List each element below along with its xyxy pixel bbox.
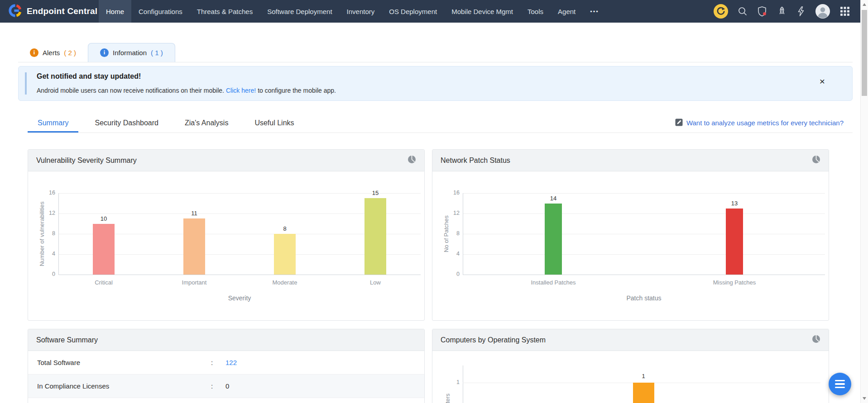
bar-value: 14 (540, 195, 567, 202)
nav-item-tools[interactable]: Tools (520, 0, 551, 23)
nav-item-os-deployment[interactable]: OS Deployment (382, 0, 444, 23)
tab-alerts[interactable]: i Alerts ( 2 ) (18, 43, 88, 62)
y-tick: 12 (441, 210, 460, 216)
bar-low[interactable] (364, 198, 386, 275)
banner-message-before: Android mobile users can now receive not… (37, 87, 224, 94)
scrollbar-down-arrow-icon[interactable] (863, 397, 866, 400)
pie-chart-toggle-icon[interactable] (408, 155, 416, 166)
brand-name: Endpoint Central (27, 6, 97, 16)
bar-value: 11 (181, 210, 208, 217)
y-tick: 0 (441, 271, 460, 277)
category-label: Missing Patches (703, 279, 766, 286)
banner-close-icon[interactable]: × (820, 76, 825, 86)
card-title: Computers by Operating System (441, 336, 546, 344)
card-software-summary: Software Summary Total Software:122In Co… (28, 329, 425, 403)
nav-item-configurations[interactable]: Configurations (131, 0, 190, 23)
nav-item-home[interactable]: Home (99, 0, 131, 23)
banner-accent-bar (25, 72, 27, 95)
table-row: In Compliance Licenses:0 (28, 375, 424, 398)
gridline (463, 213, 825, 214)
y-axis-line (463, 193, 463, 275)
x-axis-label: Severity (58, 294, 421, 302)
x-axis-line (58, 275, 421, 275)
card-network-patch-status: Network Patch Status No of Patches048121… (432, 149, 829, 321)
pie-chart-toggle-icon[interactable] (812, 335, 820, 345)
nav-menu: HomeConfigurationsThreats & PatchesSoftw… (99, 0, 606, 23)
search-icon[interactable] (738, 6, 748, 16)
brand[interactable]: Endpoint Central (0, 4, 99, 19)
refresh-icon[interactable] (714, 4, 728, 19)
computers-by-os-chart: puters 1 1 (432, 351, 829, 403)
card-header: Software Summary (28, 329, 424, 351)
nav-item-threats-patches[interactable]: Threats & Patches (190, 0, 260, 23)
card-header: Vulnerability Severity Summary (28, 150, 424, 171)
nav-item-mobile-device-mgmt[interactable]: Mobile Device Mgmt (444, 0, 520, 23)
top-nav: Endpoint Central HomeConfigurationsThrea… (0, 0, 868, 23)
y-tick: 1 (441, 379, 460, 385)
row-value[interactable]: 122 (225, 351, 237, 375)
scrollbar-thumb[interactable] (862, 10, 867, 96)
usage-metrics-link-label: Want to analyze usage metrics for every … (686, 119, 844, 127)
category-label: Moderate (253, 279, 317, 286)
row-label: In Compliance Licenses (37, 375, 109, 398)
bar-installed-patches[interactable] (545, 204, 562, 275)
bar-value: 15 (362, 190, 389, 196)
apps-grid-icon[interactable] (840, 6, 850, 16)
usage-metrics-link[interactable]: Want to analyze usage metrics for every … (675, 113, 844, 133)
click-here-link[interactable]: Click here! (226, 87, 256, 94)
nav-item-agent[interactable]: Agent (551, 0, 583, 23)
card-title: Vulnerability Severity Summary (36, 156, 137, 165)
whats-new-rocket-icon[interactable] (777, 6, 787, 17)
alert-info-icon: i (30, 48, 38, 57)
y-tick: 4 (441, 251, 460, 257)
bar-value: 8 (271, 225, 298, 232)
tab-security-dashboard[interactable]: Security Dashboard (85, 113, 168, 133)
edit-note-icon (675, 119, 683, 128)
category-label: Important (163, 279, 226, 286)
bar-moderate[interactable] (274, 234, 296, 275)
bar-os[interactable] (633, 383, 654, 403)
vulnerability-severity-chart: Number of vulnerabilities048121610Critic… (28, 171, 424, 321)
tab-alerts-count: ( 2 ) (64, 49, 76, 57)
card-header: Network Patch Status (432, 150, 829, 171)
bar-value: 13 (721, 200, 748, 207)
shield-notification-icon[interactable] (757, 6, 767, 17)
card-title: Software Summary (36, 336, 98, 344)
quick-actions-lightning-icon[interactable] (796, 6, 806, 17)
y-tick: 8 (441, 230, 460, 237)
tab-alerts-label: Alerts (43, 49, 60, 57)
banner-message-after: to configure the mobile app. (258, 87, 336, 94)
tab-summary[interactable]: Summary (28, 113, 78, 133)
endpoint-central-logo-icon (8, 4, 22, 19)
quick-menu-floating-button[interactable] (829, 373, 851, 395)
bar-value: 10 (90, 215, 117, 222)
software-summary-table: Total Software:122In Compliance Licenses… (28, 351, 424, 398)
tab-information[interactable]: i Information ( 1 ) (88, 43, 175, 62)
nav-item-software-deployment[interactable]: Software Deployment (260, 0, 339, 23)
card-computers-by-os: Computers by Operating System puters 1 1 (432, 329, 829, 403)
alert-tabs: i Alerts ( 2 ) i Information ( 1 ) (18, 43, 853, 62)
category-label: Low (344, 279, 407, 286)
bar-critical[interactable] (93, 224, 115, 275)
row-separator: : (211, 375, 213, 398)
banner-message: Android mobile users can now receive not… (37, 87, 336, 94)
card-header: Computers by Operating System (432, 329, 829, 351)
nav-item-inventory[interactable]: Inventory (340, 0, 382, 23)
nav-item-more[interactable]: ••• (583, 0, 606, 23)
y-tick: 16 (36, 190, 55, 196)
tab-useful-links[interactable]: Useful Links (245, 113, 304, 133)
pie-chart-toggle-icon[interactable] (812, 155, 820, 166)
section-tabs: SummarySecurity DashboardZia's AnalysisU… (28, 113, 853, 133)
bar-value: 1 (630, 373, 657, 379)
bar-missing-patches[interactable] (726, 209, 743, 275)
card-title: Network Patch Status (441, 156, 510, 165)
category-label: Critical (72, 279, 135, 286)
scrollbar-up-arrow-icon[interactable] (863, 3, 866, 6)
y-tick: 12 (36, 210, 55, 216)
y-axis-line (58, 193, 59, 275)
tab-information-count: ( 1 ) (151, 49, 163, 57)
bar-important[interactable] (183, 218, 205, 275)
user-avatar[interactable] (815, 4, 830, 19)
tab-zia-s-analysis[interactable]: Zia's Analysis (175, 113, 238, 133)
row-label: Total Software (37, 351, 80, 375)
